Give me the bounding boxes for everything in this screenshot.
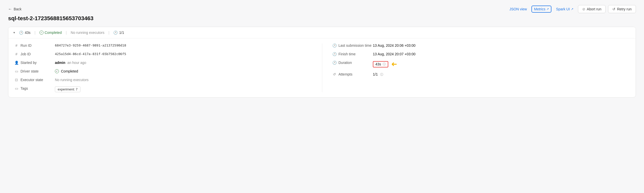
run-details-card: ▾ 🕐 43s | ✓ Completed | No running execu… bbox=[8, 27, 636, 98]
summary-status: Completed bbox=[45, 31, 62, 35]
driver-state-text: Completed bbox=[61, 69, 78, 73]
collapse-icon[interactable]: ▾ bbox=[13, 31, 15, 34]
clock-icon-finish: 🕐 bbox=[332, 52, 336, 56]
executor-state-value: No running executors bbox=[55, 78, 312, 82]
clock-icon-submission: 🕐 bbox=[332, 43, 336, 47]
divider-2: | bbox=[66, 31, 67, 35]
page-title: sql-test-2-1723568815653703463 bbox=[8, 15, 636, 22]
job-id-label-container: # Job ID bbox=[14, 52, 55, 56]
info-icon-duration[interactable]: ⓘ bbox=[383, 62, 386, 66]
job-id-label: Job ID bbox=[20, 52, 31, 56]
duration-label-container: 🕐 Duration bbox=[332, 61, 373, 65]
run-id-value: 684727e3-9259-4687-9891-a21372590d18 bbox=[55, 43, 312, 47]
json-view-link[interactable]: JSON view bbox=[507, 6, 529, 12]
started-by-row: 👤 Started by admin an hour ago bbox=[14, 61, 312, 65]
started-by-label: Started by bbox=[20, 61, 37, 65]
divider-1: | bbox=[35, 31, 36, 35]
driver-state-value: ✓ Completed bbox=[55, 69, 312, 73]
json-view-label: JSON view bbox=[509, 7, 527, 11]
driver-state-label-container: ▭ Driver state bbox=[14, 69, 55, 73]
spark-ui-link[interactable]: Spark UI ↗ bbox=[554, 6, 575, 12]
started-by-user: admin bbox=[55, 61, 65, 65]
executor-state-label: Executor state bbox=[20, 78, 43, 82]
job-id-value: 425a15d4-86cd-417a-831f-65b7502c06f5 bbox=[55, 52, 312, 56]
attempts-icon: ↺ bbox=[332, 72, 336, 76]
details-left: # Run ID 684727e3-9259-4687-9891-a213725… bbox=[14, 43, 322, 92]
annotation-arrow-icon: ➜ bbox=[391, 61, 397, 68]
hash-icon-2: # bbox=[14, 52, 18, 56]
tasks-clock-icon: 🕐 bbox=[113, 31, 118, 35]
job-id-row: # Job ID 425a15d4-86cd-417a-831f-65b7502… bbox=[14, 52, 312, 56]
no-executors-label: No running executors bbox=[71, 31, 104, 35]
tags-row: ▭ Tags experiment: 7 bbox=[14, 86, 312, 92]
external-link-icon: ↗ bbox=[546, 7, 549, 11]
last-submission-row: 🕐 Last submission time 13 Aug, 2024 20:0… bbox=[332, 43, 630, 47]
last-submission-label: Last submission time bbox=[338, 43, 372, 47]
clock-icon: 🕐 bbox=[19, 31, 23, 35]
tags-icon: ▭ bbox=[14, 86, 18, 90]
started-by-label-container: 👤 Started by bbox=[14, 61, 55, 65]
last-submission-label-container: 🕐 Last submission time bbox=[332, 43, 373, 47]
back-arrow-icon: ← bbox=[8, 7, 12, 11]
tasks-stat: 🕐 1/1 bbox=[113, 31, 124, 35]
last-submission-value: 13 Aug, 2024 20:06 +03:00 bbox=[373, 43, 630, 47]
spark-ui-label: Spark UI bbox=[556, 7, 570, 11]
metrics-link[interactable]: Metrics ↗ bbox=[531, 6, 551, 13]
attempts-text: 1/1 bbox=[373, 72, 378, 76]
finish-time-row: 🕐 Finish time 13 Aug, 2024 20:07 +03:00 bbox=[332, 52, 630, 56]
driver-state-row: ▭ Driver state ✓ Completed bbox=[14, 69, 312, 73]
back-button[interactable]: ← Back bbox=[8, 7, 22, 11]
executors-stat: No running executors bbox=[71, 31, 104, 35]
finish-time-label: Finish time bbox=[338, 52, 356, 56]
run-id-row: # Run ID 684727e3-9259-4687-9891-a213725… bbox=[14, 43, 312, 47]
hash-icon: # bbox=[14, 43, 18, 47]
summary-bar: ▾ 🕐 43s | ✓ Completed | No running execu… bbox=[8, 27, 636, 38]
abort-icon: ⊘ bbox=[582, 7, 585, 11]
attempts-label-container: ↺ Attempts bbox=[332, 72, 373, 76]
finish-time-value: 13 Aug, 2024 20:07 +03:00 bbox=[373, 52, 630, 56]
duration-row: 🕐 Duration 43s ⓘ ➜ bbox=[332, 61, 630, 68]
attempts-row: ↺ Attempts 1/1 ⓘ bbox=[332, 72, 630, 77]
run-id-label-container: # Run ID bbox=[14, 43, 55, 47]
retry-label: Retry run bbox=[617, 7, 632, 11]
duration-stat: 🕐 43s bbox=[19, 31, 31, 35]
summary-tasks: 1/1 bbox=[119, 31, 124, 35]
summary-duration: 43s bbox=[25, 31, 31, 35]
abort-run-button[interactable]: ⊘ Abort run bbox=[578, 5, 606, 13]
person-icon: 👤 bbox=[14, 61, 18, 65]
driver-state-label: Driver state bbox=[20, 69, 39, 73]
tags-label-container: ▭ Tags bbox=[14, 86, 55, 90]
started-by-time: an hour ago bbox=[67, 61, 86, 65]
run-id-label: Run ID bbox=[20, 43, 32, 47]
metrics-label: Metrics bbox=[534, 7, 545, 11]
status-stat: ✓ Completed bbox=[39, 31, 62, 35]
details-right: 🕐 Last submission time 13 Aug, 2024 20:0… bbox=[322, 43, 630, 92]
driver-completed-icon: ✓ bbox=[55, 69, 59, 73]
duration-label: Duration bbox=[338, 61, 352, 65]
attempts-label: Attempts bbox=[338, 72, 352, 76]
driver-icon: ▭ bbox=[14, 69, 18, 73]
abort-label: Abort run bbox=[587, 7, 602, 11]
back-label: Back bbox=[14, 7, 22, 11]
duration-value-container: 43s ⓘ ➜ bbox=[373, 61, 630, 68]
attempts-value: 1/1 ⓘ bbox=[373, 72, 630, 77]
executor-state-text: No running executors bbox=[55, 78, 89, 82]
header-actions: JSON view Metrics ↗ Spark UI ↗ ⊘ Abort r… bbox=[507, 5, 636, 13]
completed-check-icon: ✓ bbox=[39, 31, 44, 35]
info-icon-attempts[interactable]: ⓘ bbox=[380, 73, 383, 76]
executor-state-row: ⊡ Executor state No running executors bbox=[14, 78, 312, 82]
retry-run-button[interactable]: ↺ Retry run bbox=[608, 5, 636, 13]
started-by-value: admin an hour ago bbox=[55, 61, 312, 65]
card-body: # Run ID 684727e3-9259-4687-9891-a213725… bbox=[8, 38, 636, 97]
tags-value: experiment: 7 bbox=[55, 86, 312, 92]
finish-time-label-container: 🕐 Finish time bbox=[332, 52, 373, 56]
external-link-icon-spark: ↗ bbox=[571, 7, 573, 11]
header-nav: ← Back JSON view Metrics ↗ Spark UI ↗ ⊘ … bbox=[8, 5, 636, 13]
duration-highlight-box: 43s ⓘ bbox=[373, 61, 388, 67]
tag-badge: experiment: 7 bbox=[55, 86, 80, 92]
retry-icon: ↺ bbox=[612, 7, 615, 11]
executor-icon: ⊡ bbox=[14, 78, 18, 82]
clock-icon-duration: 🕐 bbox=[332, 61, 336, 65]
divider-3: | bbox=[109, 31, 110, 35]
tags-label: Tags bbox=[20, 86, 28, 90]
